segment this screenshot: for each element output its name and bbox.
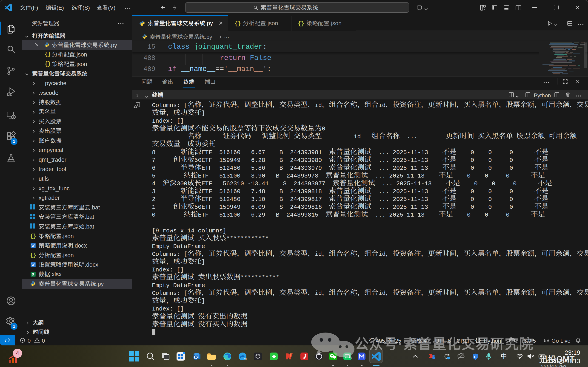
svg-text:AI: AI [244,357,247,360]
svg-text:L: L [474,355,476,359]
